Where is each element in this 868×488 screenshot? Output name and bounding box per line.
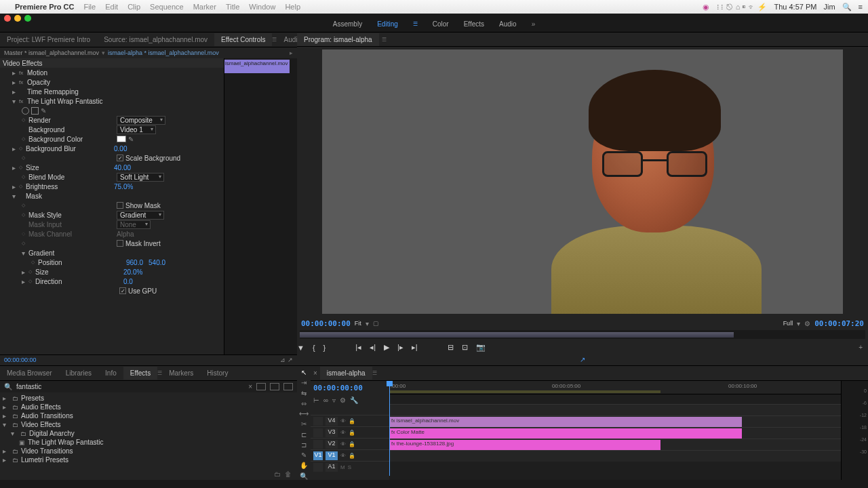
ws-assembly[interactable]: Assembly: [333, 20, 362, 28]
window-controls[interactable]: [4, 15, 31, 22]
tab-effect-controls[interactable]: Effect Controls: [214, 33, 272, 46]
step-back-icon[interactable]: ◂|: [370, 343, 376, 352]
scrubber[interactable]: [300, 330, 865, 340]
zoom-dropdown-icon[interactable]: ▾: [366, 320, 369, 327]
clip-v3[interactable]: fx ismael_alphachannel.mov: [389, 417, 742, 427]
gradsize-value[interactable]: 20.0%: [123, 268, 142, 276]
maskinvert-checkbox[interactable]: [117, 240, 123, 247]
bgcolor-swatch[interactable]: [117, 136, 126, 142]
tab-media-browser[interactable]: Media Browser: [0, 367, 59, 380]
track-a1-header[interactable]: A1MS: [311, 461, 389, 472]
marker-icon[interactable]: ▿: [332, 396, 336, 404]
track-v3[interactable]: fx ismael_alphachannel.mov: [389, 415, 841, 427]
menu-sequence[interactable]: Sequence: [150, 3, 184, 11]
mark-in-icon[interactable]: {: [313, 344, 315, 352]
mask-ellipse-icon[interactable]: [22, 107, 29, 115]
slide-tool-icon[interactable]: ⊐: [301, 441, 307, 449]
ws-editing[interactable]: Editing: [377, 20, 398, 28]
time-remapping[interactable]: Time Remapping: [27, 88, 115, 96]
panel-menu-icon[interactable]: ☰: [272, 37, 277, 43]
menu-clip[interactable]: Clip: [127, 3, 140, 11]
digital-anarchy-folder[interactable]: Digital Anarchy: [29, 430, 75, 437]
clear-search-icon[interactable]: ×: [248, 383, 252, 390]
ripple-edit-tool-icon[interactable]: ⇆: [301, 390, 307, 397]
snap-icon[interactable]: ⊢: [313, 396, 319, 404]
mask-pen-icon[interactable]: ✎: [41, 107, 46, 115]
showmask-checkbox[interactable]: [117, 202, 123, 209]
new-bin-icon[interactable]: 🗀: [274, 470, 281, 479]
program-monitor[interactable]: [297, 47, 868, 317]
app-name[interactable]: Premiere Pro CC: [15, 3, 74, 11]
motion-effect[interactable]: Motion: [27, 69, 115, 77]
clip-v1[interactable]: fx the-lounge-1538128.jpg: [389, 440, 660, 450]
menu-window[interactable]: Window: [249, 3, 275, 11]
master-clip-name[interactable]: Master * ismael_alphachannel.mov: [4, 49, 99, 56]
keyframe-toggle-icon[interactable]: ◇: [22, 117, 28, 123]
brightness-value[interactable]: 75.0%: [114, 183, 133, 190]
tab-history[interactable]: History: [200, 367, 235, 380]
tab-source[interactable]: Source: ismael_alphachannel.mov: [97, 33, 214, 46]
resolution-dropdown-icon[interactable]: ▾: [797, 320, 800, 327]
bgblur-value[interactable]: 0.00: [114, 145, 127, 152]
resolution-icon[interactable]: ▢: [373, 320, 379, 327]
track-v4-header[interactable]: V4👁🔒: [311, 415, 389, 426]
usegpu-checkbox[interactable]: ✓: [119, 287, 126, 294]
position-y[interactable]: 540.0: [149, 259, 165, 266]
ws-overflow-icon[interactable]: »: [532, 20, 536, 28]
pen-tool-icon[interactable]: ✎: [301, 451, 307, 459]
tab-markers[interactable]: Markers: [162, 367, 200, 380]
clip-v2[interactable]: fx Color Matte: [389, 428, 742, 439]
playhead[interactable]: [389, 381, 390, 476]
opacity-effect[interactable]: Opacity: [27, 79, 115, 86]
rate-stretch-tool-icon[interactable]: ⟷: [299, 410, 309, 418]
spotlight-icon[interactable]: 🔍: [842, 3, 852, 12]
ws-editing-menu-icon[interactable]: ☰: [413, 21, 418, 27]
settings-icon[interactable]: ⚙: [804, 320, 810, 327]
eyedropper-icon[interactable]: ✎: [128, 136, 134, 143]
video-transitions-folder[interactable]: Video Transitions: [21, 447, 73, 455]
tab-project[interactable]: Project: LWF Premiere Intro: [0, 33, 97, 46]
delete-icon[interactable]: 🗑: [285, 470, 292, 479]
tab-program[interactable]: Program: ismael-alpha: [297, 33, 379, 46]
time-ruler[interactable]: :00:00 00:00:05:00 00:00:10:00: [389, 381, 841, 394]
track-v2[interactable]: fx Color Matte: [389, 427, 841, 439]
lumetri-folder[interactable]: Lumetri Presets: [21, 456, 68, 464]
keyframe-clip[interactable]: ismael_alphachannel.mov: [224, 60, 290, 73]
background-dropdown[interactable]: Video 1: [117, 125, 156, 134]
program-menu-icon[interactable]: ☰: [379, 37, 389, 43]
slip-tool-icon[interactable]: ⊏: [301, 431, 307, 439]
timeline-menu-icon[interactable]: ☰: [372, 370, 377, 376]
filter-32bit-icon[interactable]: [270, 383, 279, 390]
menu-title[interactable]: Title: [226, 3, 239, 11]
audio-effects-folder[interactable]: Audio Effects: [21, 403, 61, 411]
mask-rect-icon[interactable]: [31, 107, 39, 115]
tab-info[interactable]: Info: [98, 367, 123, 380]
effect-keyframe-area[interactable]: 00:00 ismael_alphachannel.mov: [224, 58, 297, 354]
menu-marker[interactable]: Marker: [193, 3, 216, 11]
plugin-lightwrap[interactable]: The Light Wrap Fantastic: [27, 98, 115, 105]
zoom-fit[interactable]: Fit: [355, 320, 361, 327]
lightwrap-effect-item[interactable]: The Light Wrap Fantastic: [28, 439, 104, 446]
extract-icon[interactable]: ⊡: [462, 343, 468, 352]
track-v3-header[interactable]: V3👁🔒: [311, 426, 389, 438]
scale-bg-checkbox[interactable]: ✓: [117, 155, 123, 161]
ws-effects[interactable]: Effects: [464, 20, 484, 28]
ws-color[interactable]: Color: [433, 20, 449, 28]
presets-folder[interactable]: Presets: [21, 394, 44, 402]
twirl-icon[interactable]: ▸: [12, 69, 19, 77]
selection-tool-icon[interactable]: ↖: [301, 369, 307, 376]
effects-menu-icon[interactable]: ☰: [157, 370, 162, 376]
track-v1[interactable]: fx the-lounge-1538128.jpg: [389, 439, 841, 450]
razor-tool-icon[interactable]: ✂: [301, 420, 307, 428]
wrench-icon[interactable]: 🔧: [350, 396, 358, 404]
linked-selection-icon[interactable]: ∞: [323, 396, 328, 404]
work-area-bar[interactable]: [389, 390, 660, 393]
cc-sync-icon[interactable]: ◉: [703, 3, 709, 12]
menu-edit[interactable]: Edit: [105, 3, 118, 11]
sequence-tab[interactable]: ismael-alpha: [320, 367, 372, 380]
track-v4[interactable]: [389, 404, 841, 415]
goto-out-icon[interactable]: ▸|: [412, 343, 418, 352]
rolling-edit-tool-icon[interactable]: ⇔: [301, 400, 307, 407]
sequence-clip-name[interactable]: ismael-alpha * ismael_alphachannel.mov: [108, 49, 219, 56]
settings-icon[interactable]: ⚙: [340, 396, 346, 404]
